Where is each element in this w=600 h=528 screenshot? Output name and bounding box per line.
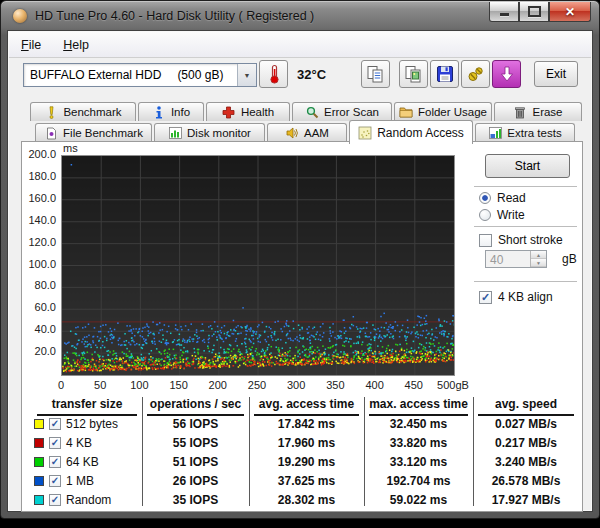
close-button[interactable]: ✕ <box>549 2 591 22</box>
close-icon: ✕ <box>565 5 575 19</box>
series-checkbox[interactable]: ✓ <box>49 418 61 430</box>
tab-extra-tests[interactable]: Extra tests <box>475 123 575 142</box>
copy-text-button[interactable] <box>361 60 390 88</box>
random-access-plot <box>61 155 455 376</box>
iops-value: 35 IOPS <box>142 493 249 507</box>
trash-icon <box>513 105 527 119</box>
iops-value: 51 IOPS <box>142 455 249 469</box>
spinner-down-button[interactable]: ▼ <box>531 259 546 267</box>
tab-disk-monitor[interactable]: Disk monitor <box>154 123 265 142</box>
tab-benchmark[interactable]: Benchmark <box>30 102 136 121</box>
start-button[interactable]: Start <box>485 154 570 178</box>
series-label: Random <box>66 493 111 507</box>
avg-access-value: 17.842 ms <box>249 417 364 431</box>
tab-health[interactable]: Health <box>206 102 290 121</box>
col-max-access: max. access time <box>369 397 468 416</box>
folder-icon <box>399 105 413 119</box>
minimize-button[interactable] <box>489 2 519 22</box>
tab-label: Info <box>171 106 190 118</box>
series-checkbox[interactable]: ✓ <box>49 494 61 506</box>
short-stroke-unit: gB <box>562 252 577 266</box>
tab-aam[interactable]: AAM <box>267 123 347 142</box>
screws-icon <box>466 65 485 84</box>
tab-label: Erase <box>532 106 562 118</box>
checkbox-checked-icon: ✓ <box>479 291 492 304</box>
tab-info[interactable]: Info <box>138 102 204 121</box>
series-color-swatch <box>34 438 44 448</box>
series-checkbox[interactable]: ✓ <box>49 456 61 468</box>
tab-strip: Benchmark Info Health Error Scan Folder … <box>9 101 591 142</box>
tab-label: AAM <box>304 127 329 139</box>
download-button[interactable] <box>492 60 521 88</box>
spinner-buttons: ▲ ▼ <box>530 251 546 267</box>
y-axis-labels: 200.0180.0160.0140.0120.0100.080.060.040… <box>22 142 58 382</box>
temperature-button[interactable] <box>259 60 288 88</box>
maximize-icon <box>528 6 541 17</box>
menu-file[interactable]: File <box>21 38 41 52</box>
series-label: 4 KB <box>66 436 92 450</box>
bars-icon <box>168 126 182 140</box>
avg-access-value: 19.290 ms <box>249 455 364 469</box>
divider <box>474 186 577 187</box>
copy-text-icon <box>366 65 385 84</box>
tab-label: Random Access <box>377 126 464 140</box>
tab-error-scan[interactable]: Error Scan <box>292 102 392 121</box>
kb-align-label: 4 KB align <box>498 290 553 304</box>
divider <box>474 281 577 282</box>
avg-speed-value: 0.217 MB/s <box>473 436 579 450</box>
max-access-value: 59.022 ms <box>364 493 473 507</box>
kb-align-checkbox[interactable]: ✓ 4 KB align <box>479 290 553 304</box>
menu-bar: File Help <box>9 32 591 58</box>
info-icon <box>152 105 166 119</box>
down-arrow-icon <box>499 66 515 82</box>
content-panel: ms 200.0180.0160.0140.0120.0100.080.060.… <box>21 141 583 512</box>
app-window: HD Tune Pro 4.60 - Hard Disk Utility ( R… <box>0 0 600 519</box>
short-stroke-size-input[interactable]: 40 ▲ ▼ <box>485 250 547 268</box>
spinner-up-button[interactable]: ▲ <box>531 251 546 259</box>
tab-folder-usage[interactable]: Folder Usage <box>394 102 492 121</box>
minimize-icon <box>500 13 509 16</box>
series-checkbox[interactable]: ✓ <box>49 437 61 449</box>
drive-select-dropdown[interactable]: BUFFALO External HDD (500 gB) ▼ <box>23 63 257 87</box>
write-label: Write <box>497 208 525 222</box>
series-label: 512 bytes <box>66 417 118 431</box>
avg-speed-value: 3.240 MB/s <box>473 455 579 469</box>
series-color-swatch <box>34 457 44 467</box>
magnifier-icon <box>305 105 319 119</box>
exit-button[interactable]: Exit <box>534 61 578 87</box>
col-avg-speed: avg. speed <box>478 397 574 416</box>
title-bar[interactable]: HD Tune Pro 4.60 - Hard Disk Utility ( R… <box>1 1 599 30</box>
tab-file-benchmark[interactable]: File Benchmark <box>35 123 152 142</box>
results-table: transfer size operations / sec avg. acce… <box>32 397 579 508</box>
series-label: 1 MB <box>66 474 94 488</box>
file-icon <box>44 126 58 140</box>
series-checkbox[interactable]: ✓ <box>49 475 61 487</box>
read-label: Read <box>497 191 526 205</box>
menu-help[interactable]: Help <box>63 38 89 52</box>
temperature-value: 32°C <box>297 67 326 82</box>
window-controls: ✕ <box>489 2 591 22</box>
write-radio[interactable]: Write <box>479 208 525 222</box>
x-axis-labels: 050100150200250300350400450500gB <box>61 379 471 393</box>
maximize-button[interactable] <box>519 2 549 22</box>
tab-random-access[interactable]: Random Access <box>349 120 473 144</box>
short-stroke-label: Short stroke <box>498 233 563 247</box>
tab-label: Extra tests <box>507 127 561 139</box>
short-stroke-size-value: 40 <box>486 251 530 267</box>
checkbox-unchecked-icon <box>479 234 492 247</box>
tab-label: Health <box>241 106 274 118</box>
table-row: ✓ 1 MB 26 IOPS 37.625 ms 192.704 ms 26.5… <box>32 471 579 490</box>
short-stroke-checkbox[interactable]: Short stroke <box>479 233 563 247</box>
avg-speed-value: 26.578 MB/s <box>473 474 579 488</box>
column-divider <box>364 397 365 506</box>
options-button[interactable] <box>461 60 490 88</box>
save-button[interactable] <box>430 60 459 88</box>
divider <box>474 226 577 227</box>
tab-label: Benchmark <box>63 106 121 118</box>
max-access-value: 33.120 ms <box>364 455 473 469</box>
copy-image-button[interactable] <box>399 60 428 88</box>
read-radio[interactable]: Read <box>479 191 526 205</box>
avg-speed-value: 17.927 MB/s <box>473 493 579 507</box>
window-title: HD Tune Pro 4.60 - Hard Disk Utility ( R… <box>35 9 314 23</box>
tab-erase[interactable]: Erase <box>494 102 582 121</box>
